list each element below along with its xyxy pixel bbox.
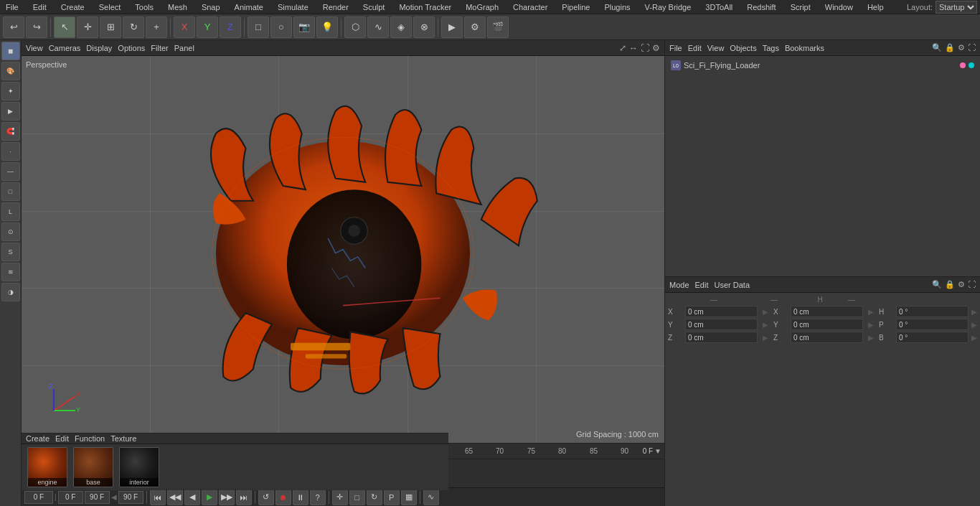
transform-tool-button[interactable]: + <box>146 17 167 38</box>
mat-menu-texture[interactable]: Texture <box>110 434 136 443</box>
menu-select[interactable]: Select <box>96 3 124 11</box>
attr-z-pos[interactable] <box>685 332 758 343</box>
mat-menu-function[interactable]: Function <box>75 434 105 443</box>
spline-button[interactable]: ∿ <box>367 17 389 38</box>
menu-vray[interactable]: V-Ray Bridge <box>642 3 694 11</box>
attr-lock-icon[interactable]: 🔒 <box>945 280 955 289</box>
auto-key-button[interactable]: ⏸ <box>293 489 308 505</box>
scale-key-button[interactable]: □ <box>349 489 365 505</box>
go-to-start-button[interactable]: ⏮ <box>150 489 166 505</box>
menu-motion-tracker[interactable]: Motion Tracker <box>396 3 454 11</box>
menu-sculpt[interactable]: Sculpt <box>360 3 388 11</box>
menu-3dtoall[interactable]: 3DToAll <box>702 3 735 11</box>
mode-model[interactable]: ◼ <box>1 42 20 60</box>
render-settings-button[interactable]: ⚙ <box>464 17 486 38</box>
edge-mode[interactable]: — <box>1 162 20 181</box>
mode-joint[interactable]: ✦ <box>1 82 20 100</box>
obj-lock-icon[interactable]: 🔒 <box>945 43 955 52</box>
mode-animate[interactable]: ▶ <box>1 102 20 121</box>
poly-button[interactable]: ⬡ <box>344 17 366 38</box>
play-back-button[interactable]: ◀ <box>184 489 200 505</box>
attr-menu-mode[interactable]: Mode <box>669 281 689 289</box>
obj-menu-file[interactable]: File <box>669 44 682 52</box>
x-axis-button[interactable]: X <box>174 17 195 38</box>
sphere-button[interactable]: ○ <box>270 17 292 38</box>
attr-y-pos[interactable] <box>685 319 758 330</box>
viewport-menu-cameras[interactable]: Cameras <box>49 44 81 52</box>
menu-pipeline[interactable]: Pipeline <box>559 3 593 11</box>
menu-window[interactable]: Window <box>822 3 856 11</box>
viewport-menu-panel[interactable]: Panel <box>174 44 194 52</box>
menu-mesh[interactable]: Mesh <box>165 3 190 11</box>
preview-end-input[interactable] <box>118 491 143 504</box>
attr-p-val[interactable] <box>896 319 969 330</box>
preview-start-input[interactable] <box>85 491 110 504</box>
menu-mograph[interactable]: MoGraph <box>463 3 501 11</box>
help-button[interactable]: ? <box>310 489 326 505</box>
material-engine[interactable]: engine <box>27 447 67 487</box>
menu-animate[interactable]: Animate <box>232 3 266 11</box>
mat-menu-create[interactable]: Create <box>26 434 50 443</box>
menu-edit[interactable]: Edit <box>30 3 50 11</box>
attr-menu-edit[interactable]: Edit <box>695 281 709 289</box>
vp-ctrl-move[interactable]: ⤢ <box>619 43 626 53</box>
y-axis-button[interactable]: Y <box>197 17 218 38</box>
obj-settings-icon[interactable]: ⚙ <box>958 43 965 52</box>
scale-tool-button[interactable]: ⊞ <box>100 17 121 38</box>
param-key-button[interactable]: P <box>384 489 400 505</box>
obj-visibility-dot-editor[interactable] <box>960 62 966 68</box>
attr-y-rot[interactable] <box>791 319 863 330</box>
attr-expand-icon[interactable]: ⛶ <box>968 280 976 289</box>
viewport-menu-display[interactable]: Display <box>86 44 112 52</box>
nurbs-button[interactable]: ◈ <box>390 17 412 38</box>
key-mode-button[interactable]: ▦ <box>401 489 417 505</box>
attr-h-val[interactable] <box>896 306 969 317</box>
obj-menu-edit[interactable]: Edit <box>688 44 702 52</box>
material-interior[interactable]: interior <box>119 447 159 487</box>
render-view-button[interactable]: ▶ <box>441 17 463 38</box>
rotate-key-button[interactable]: ↻ <box>367 489 382 505</box>
select-tool-button[interactable]: ↖ <box>54 17 75 38</box>
move-tool-button[interactable]: ✛ <box>77 17 98 38</box>
attr-x-pos[interactable] <box>685 306 758 317</box>
obj-menu-bookmarks[interactable]: Bookmarks <box>785 44 824 52</box>
light-button[interactable]: 💡 <box>316 17 338 38</box>
vp-ctrl-cam[interactable]: ↔ <box>629 43 638 53</box>
menu-script[interactable]: Script <box>788 3 814 11</box>
point-mode[interactable]: · <box>1 142 20 161</box>
tool-5[interactable]: ◑ <box>1 283 20 301</box>
menu-plugins[interactable]: Plugins <box>601 3 633 11</box>
menu-character[interactable]: Character <box>510 3 550 11</box>
obj-search-icon[interactable]: 🔍 <box>932 43 942 52</box>
deformer-button[interactable]: ⊗ <box>413 17 435 38</box>
menu-create[interactable]: Create <box>58 3 88 11</box>
menu-help[interactable]: Help <box>864 3 887 11</box>
menu-snap[interactable]: Snap <box>199 3 223 11</box>
loop-button[interactable]: ↺ <box>258 489 274 505</box>
frame-input[interactable] <box>58 491 83 504</box>
step-forward-button[interactable]: ▶▶ <box>219 489 235 505</box>
menu-render[interactable]: Render <box>320 3 352 11</box>
cube-button[interactable]: □ <box>248 17 269 38</box>
object-row-sci-fi[interactable]: L0 Sci_Fi_Flying_Loader <box>668 59 977 72</box>
start-frame-input[interactable] <box>24 491 53 504</box>
tool-4[interactable]: ≋ <box>1 263 20 281</box>
mode-texture[interactable]: 🎨 <box>1 62 20 80</box>
menu-tools[interactable]: Tools <box>132 3 156 11</box>
obj-expand-icon[interactable]: ⛶ <box>968 43 976 52</box>
play-forward-button[interactable]: ▶ <box>202 489 217 505</box>
obj-menu-view[interactable]: View <box>707 44 725 52</box>
go-to-end-button[interactable]: ⏭ <box>236 489 252 505</box>
frame-arrow[interactable]: ▼ <box>654 447 661 455</box>
attr-z-rot[interactable] <box>791 332 863 343</box>
rotate-tool-button[interactable]: ↻ <box>123 17 144 38</box>
mat-menu-edit[interactable]: Edit <box>55 434 69 443</box>
menu-file[interactable]: File <box>3 3 22 11</box>
render-to-po-button[interactable]: 🎬 <box>487 17 509 38</box>
snap-enable[interactable]: 🧲 <box>1 122 20 141</box>
menu-redshift[interactable]: Redshift <box>744 3 778 11</box>
tool-2[interactable]: ⊙ <box>1 222 20 241</box>
obj-visibility-dot-render[interactable] <box>969 62 974 68</box>
move-key-button[interactable]: ✛ <box>332 489 348 505</box>
menu-simulate[interactable]: Simulate <box>275 3 311 11</box>
